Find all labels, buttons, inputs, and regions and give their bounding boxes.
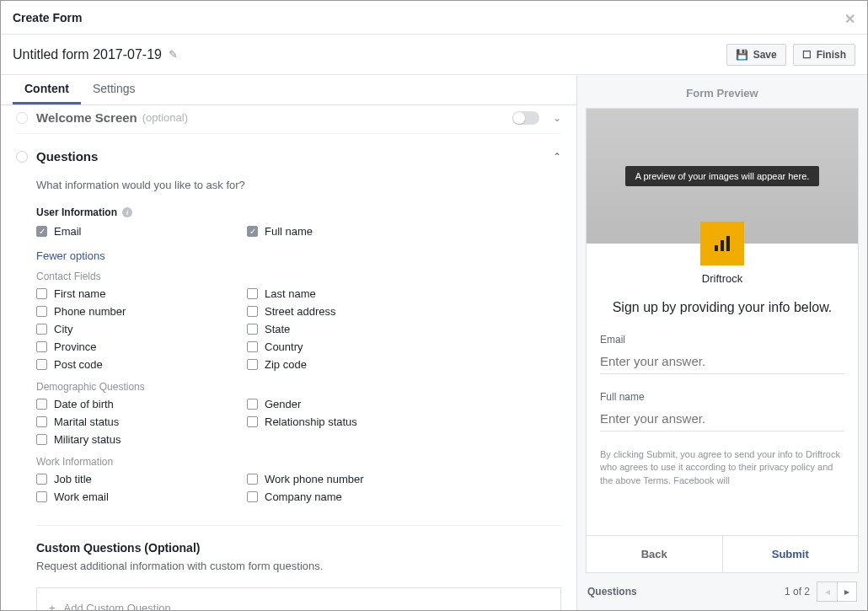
radio-icon — [16, 112, 28, 124]
questions-title: Questions — [36, 149, 98, 163]
checkbox-work-phone[interactable]: Work phone number — [247, 473, 458, 485]
checkbox-city[interactable]: City — [36, 323, 247, 335]
checkbox-relationship[interactable]: Relationship status — [247, 415, 458, 428]
checkbox-military[interactable]: Military status — [36, 433, 247, 446]
info-icon[interactable]: i — [122, 207, 132, 217]
pager-next-button[interactable]: ▸ — [837, 582, 857, 602]
check-icon — [36, 491, 47, 502]
check-icon — [247, 341, 258, 352]
welcome-title: Welcome Screen — [36, 110, 137, 125]
modal-title: Create Form — [13, 11, 82, 24]
plus-icon: + — [49, 602, 56, 610]
edit-icon[interactable]: ✎ — [169, 48, 178, 61]
save-button[interactable]: 💾 Save — [726, 44, 786, 66]
check-icon — [247, 226, 258, 237]
tab-content[interactable]: Content — [13, 75, 81, 105]
check-icon — [247, 288, 258, 299]
questions-section-header[interactable]: Questions ⌃ — [16, 134, 561, 172]
finish-button[interactable]: ☐ Finish — [793, 44, 855, 66]
preview-heading: Form Preview — [577, 75, 867, 108]
form-title-row: Untitled form 2017-07-19 ✎ 💾 Save ☐ Fini… — [1, 35, 867, 75]
check-icon — [36, 474, 47, 485]
fewer-options-link[interactable]: Fewer options — [36, 249, 561, 262]
preview-signup-heading: Sign up by providing your info below. — [600, 300, 844, 315]
check-icon — [36, 288, 47, 299]
svg-rect-1 — [721, 240, 724, 251]
preview-panel: Form Preview A preview of your images wi… — [577, 75, 867, 610]
modal-header: Create Form ✕ — [1, 1, 867, 35]
close-icon[interactable]: ✕ — [844, 11, 855, 27]
custom-questions-title: Custom Questions (Optional) — [36, 541, 561, 555]
tab-settings[interactable]: Settings — [81, 75, 147, 105]
content-scroll[interactable]: Welcome Screen (optional) ⌄ Questions ⌃ … — [1, 105, 576, 610]
pager-prev-button[interactable]: ◂ — [817, 582, 837, 602]
work-heading: Work Information — [36, 456, 561, 468]
check-icon — [247, 306, 258, 317]
preview-pager: Questions 1 of 2 ◂ ▸ — [577, 573, 867, 610]
welcome-toggle[interactable] — [512, 111, 539, 125]
checkbox-company[interactable]: Company name — [247, 490, 458, 503]
checkbox-work-email[interactable]: Work email — [36, 490, 247, 503]
check-icon — [247, 491, 258, 502]
custom-questions-desc: Request additional information with cust… — [36, 560, 561, 572]
preview-body: Driftrock Sign up by providing your info… — [587, 244, 858, 535]
checkbox-last-name[interactable]: Last name — [247, 287, 458, 300]
create-form-modal: Create Form ✕ Untitled form 2017-07-19 ✎… — [0, 0, 868, 611]
checkbox-first-name[interactable]: First name — [36, 287, 247, 300]
checkbox-zip[interactable]: Zip code — [247, 358, 458, 371]
tab-bar: Content Settings — [1, 75, 576, 105]
contact-fields-heading: Contact Fields — [36, 271, 561, 282]
preview-disclaimer: By clicking Submit, you agree to send yo… — [600, 448, 844, 487]
finish-icon: ☐ — [802, 49, 812, 61]
brand-logo — [700, 222, 744, 265]
check-icon — [36, 226, 47, 237]
check-icon — [36, 341, 47, 352]
radio-icon — [16, 151, 28, 163]
save-label: Save — [753, 49, 777, 61]
custom-questions-section: Custom Questions (Optional) Request addi… — [36, 525, 561, 610]
check-icon — [36, 416, 47, 427]
svg-rect-0 — [715, 245, 718, 251]
welcome-section-header[interactable]: Welcome Screen (optional) ⌄ — [16, 105, 561, 134]
checkbox-street[interactable]: Street address — [247, 305, 458, 318]
left-panel: Content Settings Welcome Screen (optiona… — [1, 75, 577, 610]
form-name[interactable]: Untitled form 2017-07-19 — [13, 47, 162, 62]
preview-hero: A preview of your images will appear her… — [587, 109, 858, 244]
preview-submit-button[interactable]: Submit — [723, 536, 859, 572]
check-icon — [36, 359, 47, 370]
checkbox-post-code[interactable]: Post code — [36, 358, 247, 371]
check-icon — [247, 416, 258, 427]
checkbox-full-name[interactable]: Full name — [247, 225, 458, 238]
questions-helper: What information would you like to ask f… — [36, 179, 561, 191]
checkbox-marital[interactable]: Marital status — [36, 415, 247, 428]
preview-email-input[interactable] — [600, 349, 844, 374]
chevron-down-icon[interactable]: ⌄ — [553, 112, 561, 124]
welcome-optional: (optional) — [142, 111, 188, 124]
chevron-up-icon[interactable]: ⌃ — [553, 151, 561, 163]
check-icon — [247, 324, 258, 335]
svg-rect-2 — [726, 236, 730, 251]
demographic-heading: Demographic Questions — [36, 381, 561, 393]
checkbox-dob[interactable]: Date of birth — [36, 398, 247, 410]
preview-back-button[interactable]: Back — [587, 536, 723, 572]
check-icon — [36, 434, 47, 445]
checkbox-province[interactable]: Province — [36, 340, 247, 353]
checkbox-country[interactable]: Country — [247, 340, 458, 353]
checkbox-state[interactable]: State — [247, 323, 458, 335]
questions-body: What information would you like to ask f… — [16, 172, 561, 610]
checkbox-job-title[interactable]: Job title — [36, 473, 247, 485]
save-icon: 💾 — [736, 49, 748, 61]
check-icon — [247, 399, 258, 410]
checkbox-gender[interactable]: Gender — [247, 398, 458, 410]
preview-email-label: Email — [600, 334, 844, 346]
check-icon — [36, 399, 47, 410]
preview-fullname-input[interactable] — [600, 406, 844, 431]
preview-fullname-label: Full name — [600, 391, 844, 403]
checkbox-phone[interactable]: Phone number — [36, 305, 247, 318]
add-custom-question-button[interactable]: + Add Custom Question — [36, 587, 561, 610]
checkbox-email[interactable]: Email — [36, 225, 247, 238]
preview-footer: Back Submit — [587, 535, 858, 572]
pager-count: 1 of 2 — [785, 586, 810, 598]
check-icon — [36, 306, 47, 317]
check-icon — [247, 474, 258, 485]
